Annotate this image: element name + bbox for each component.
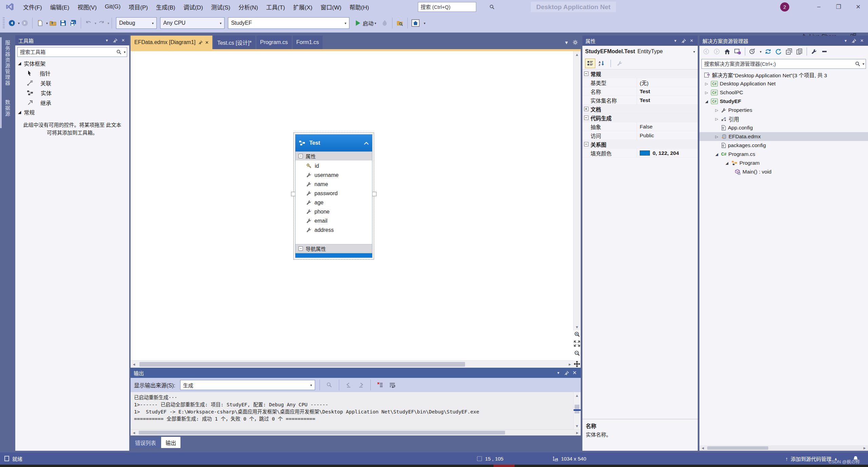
tab-error-list[interactable]: 错误列表 bbox=[131, 437, 160, 448]
property-access[interactable]: 访问 Public bbox=[582, 131, 698, 140]
tree-item-program-cs[interactable]: ◢ C# Program.cs bbox=[699, 150, 868, 159]
entity-property-id[interactable]: id bbox=[295, 161, 372, 170]
tab-list-dropdown-icon[interactable]: ▾ bbox=[565, 39, 568, 46]
menu-tools[interactable]: 工具(T) bbox=[262, 0, 289, 14]
save-all-button[interactable] bbox=[68, 17, 78, 29]
menu-git[interactable]: Git(G) bbox=[101, 0, 124, 14]
category-general[interactable]: − 常规 bbox=[582, 69, 698, 78]
collapse-all-button[interactable] bbox=[785, 47, 793, 56]
category-diagram[interactable]: − 关系图 bbox=[582, 140, 698, 149]
scrollbar-thumb[interactable] bbox=[707, 446, 768, 450]
expander-expanded-icon[interactable]: ◢ bbox=[18, 61, 21, 66]
scroll-down-arrow[interactable]: ▼ bbox=[574, 423, 580, 429]
quick-search-input[interactable] bbox=[418, 4, 488, 10]
new-file-button[interactable] bbox=[35, 17, 45, 29]
toolbox-item-pointer[interactable]: 指针 bbox=[15, 68, 129, 78]
toolbox-item-entity[interactable]: 实体 bbox=[15, 88, 129, 98]
entity-property-name[interactable]: name bbox=[295, 180, 372, 189]
tab-program-cs[interactable]: Program.cs bbox=[256, 36, 292, 49]
menu-test[interactable]: 测试(S) bbox=[207, 0, 234, 14]
tab-output[interactable]: 输出 bbox=[161, 437, 180, 448]
open-file-button[interactable] bbox=[48, 17, 58, 29]
back-button[interactable] bbox=[702, 47, 710, 56]
menu-edit[interactable]: 编辑(E) bbox=[46, 0, 74, 14]
output-log[interactable]: 已启动重新生成··· 1>------ 已启动全部重新生成: 项目: Study… bbox=[131, 392, 581, 429]
solution-configurations-dropdown[interactable]: Debug▾ bbox=[116, 17, 157, 29]
property-fill-color[interactable]: 填充颜色 0, 122, 204 bbox=[582, 149, 698, 158]
pin-icon[interactable] bbox=[679, 37, 688, 45]
close-icon[interactable]: ✕ bbox=[571, 370, 579, 376]
window-position-dropdown-icon[interactable]: ▾ bbox=[103, 36, 111, 44]
pin-icon[interactable] bbox=[111, 36, 119, 44]
quick-search-box[interactable] bbox=[418, 2, 476, 12]
close-button[interactable]: ✕ bbox=[848, 0, 868, 14]
scroll-left-arrow[interactable]: ◄ bbox=[131, 429, 137, 436]
output-source-dropdown[interactable]: 生成▾ bbox=[180, 380, 315, 390]
expander-collapsed-icon[interactable]: ▷ bbox=[714, 117, 719, 121]
solution-horizontal-scrollbar[interactable]: ◄ ► bbox=[699, 445, 868, 451]
solution-search-box[interactable]: ▾ bbox=[701, 59, 866, 69]
editor-options-gear-icon[interactable] bbox=[573, 40, 578, 45]
entity-property-age[interactable]: age bbox=[295, 198, 372, 207]
home-button[interactable] bbox=[723, 47, 731, 56]
pin-icon[interactable] bbox=[198, 40, 202, 44]
switch-views-button[interactable] bbox=[734, 47, 742, 56]
editor-vertical-scrollbar[interactable]: ▲ ▼ bbox=[573, 51, 581, 330]
zoom-out-button[interactable] bbox=[574, 349, 580, 357]
entity-property-username[interactable]: username bbox=[295, 170, 372, 180]
toolbar-overflow-button[interactable]: ▾ bbox=[424, 21, 425, 25]
tree-item-desktop-application-net[interactable]: ▷ C# Desktop Application Net bbox=[699, 79, 868, 88]
expander-collapsed-icon[interactable]: ▷ bbox=[704, 82, 709, 86]
entity-navigation-section-header[interactable]: − 导航属性 bbox=[295, 244, 372, 253]
property-entity-set-name[interactable]: 实体集名称 Test bbox=[582, 96, 698, 105]
tree-item-main-method[interactable]: Main() : void bbox=[699, 167, 868, 176]
save-button[interactable] bbox=[58, 17, 68, 29]
web-browser-button[interactable] bbox=[410, 17, 421, 29]
property-pages-button[interactable] bbox=[615, 59, 625, 68]
properties-button[interactable] bbox=[810, 47, 818, 56]
restore-button[interactable]: ❐ bbox=[829, 0, 848, 14]
property-name[interactable]: 名称 Test bbox=[582, 87, 698, 96]
solution-explorer-header[interactable]: 解决方案资源管理器 ▾ ✕ bbox=[699, 36, 868, 46]
entity-property-password[interactable]: password bbox=[295, 189, 372, 198]
find-message-button[interactable] bbox=[324, 379, 334, 391]
sidebar-tab-server-explorer[interactable]: 服务器资源管理器 bbox=[0, 37, 14, 106]
expander-expanded-icon[interactable]: ◢ bbox=[704, 99, 709, 104]
expander-collapsed-icon[interactable]: ▷ bbox=[714, 108, 719, 113]
sync-with-active-document-button[interactable] bbox=[764, 47, 772, 56]
pan-button[interactable] bbox=[573, 360, 581, 368]
previous-message-button[interactable] bbox=[344, 379, 354, 391]
collapse-chevron-icon[interactable] bbox=[364, 142, 369, 145]
hot-reload-button[interactable] bbox=[380, 17, 390, 29]
redo-button[interactable] bbox=[96, 17, 107, 29]
expander-collapsed-icon[interactable]: ▷ bbox=[714, 135, 719, 139]
window-position-dropdown-icon[interactable]: ▾ bbox=[842, 37, 850, 45]
refresh-button[interactable] bbox=[774, 47, 783, 56]
zoom-in-button[interactable] bbox=[574, 330, 580, 338]
tree-item-packages-config[interactable]: packages.config bbox=[699, 141, 868, 150]
menu-help[interactable]: 帮助(H) bbox=[345, 0, 373, 14]
menu-build[interactable]: 生成(B) bbox=[152, 0, 179, 14]
search-options-dropdown[interactable]: ▾ bbox=[863, 62, 864, 66]
toolbox-header[interactable]: 工具箱 ▾ ✕ bbox=[15, 35, 129, 45]
tree-item-solution[interactable]: 解决方案"Desktop Application Net"(3 个项目, 共 3 bbox=[699, 70, 868, 79]
next-message-button[interactable] bbox=[356, 379, 366, 391]
resize-handle-right[interactable] bbox=[372, 192, 377, 196]
pin-icon[interactable] bbox=[562, 371, 571, 375]
filter-dropdown[interactable]: ▾ bbox=[760, 50, 761, 54]
menu-debug[interactable]: 调试(D) bbox=[179, 0, 207, 14]
toolbar-grip[interactable] bbox=[3, 17, 5, 29]
editor-horizontal-scrollbar[interactable]: ◄ ► bbox=[131, 360, 573, 368]
pin-icon[interactable] bbox=[850, 37, 858, 45]
close-icon[interactable]: ✕ bbox=[205, 40, 209, 45]
toolbox-item-association[interactable]: 关联 bbox=[15, 78, 129, 88]
entity-header[interactable]: Test bbox=[295, 135, 372, 151]
undo-button[interactable] bbox=[83, 17, 94, 29]
tree-item-references[interactable]: ▷ 引用 bbox=[699, 115, 868, 123]
entity-property-phone[interactable]: phone bbox=[295, 207, 372, 216]
scrollbar-thumb[interactable] bbox=[139, 431, 505, 434]
close-icon[interactable]: ✕ bbox=[119, 36, 127, 44]
search-options-dropdown[interactable]: ▾ bbox=[124, 50, 126, 54]
collapse-minus-icon[interactable]: − bbox=[298, 246, 303, 251]
category-documentation[interactable]: + 文档 bbox=[582, 105, 698, 114]
